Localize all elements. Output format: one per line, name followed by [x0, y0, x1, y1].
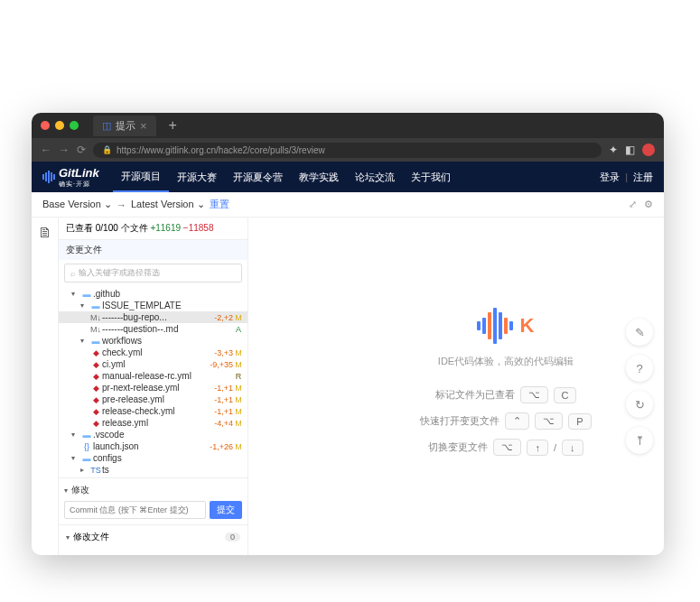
tab-favicon: ◫ — [102, 120, 111, 132]
key: ⌥ — [535, 412, 563, 430]
nav-item[interactable]: 开源大赛 — [169, 162, 225, 192]
lines-removed: −11858 — [183, 223, 214, 233]
tree-folder[interactable]: ▸TSts — [59, 464, 247, 476]
tree-file[interactable]: M↓-------question--.mdA — [59, 323, 247, 335]
url-text: https://www.gitlink.org.cn/hacke2/core/p… — [117, 145, 325, 155]
avatar-icon[interactable] — [642, 144, 655, 156]
diff-stats: 已查看 0/100 个文件 +11619 −11858 — [59, 218, 247, 240]
browser-window: ◫ 提示 × + ← → ⟳ 🔒 https://www.gitlink.org… — [32, 113, 664, 555]
nav-item[interactable]: 教学实践 — [291, 162, 347, 192]
address-input[interactable]: 🔒 https://www.gitlink.org.cn/hacke2/core… — [93, 143, 602, 158]
lines-added: +11619 — [150, 223, 181, 233]
nav-item[interactable]: 开源项目 — [113, 162, 169, 192]
content: 🗎 已查看 0/100 个文件 +11619 −11858 变更文件 ⌕ 输入关… — [32, 218, 664, 555]
tree-file[interactable]: ◆release.yml-4,+4M — [59, 417, 247, 429]
modified-files-header[interactable]: ▾ 修改文件 0 — [59, 524, 247, 549]
tree-folder[interactable]: ▾▬ISSUE_TEMPLATE — [59, 300, 247, 311]
commit-button[interactable]: 提交 — [210, 501, 242, 519]
main-nav: 开源项目 开源大赛 开源夏令营 教学实践 论坛交流 关于我们 — [113, 162, 459, 192]
help-button[interactable]: ? — [626, 355, 653, 382]
login-link[interactable]: 登录 — [600, 171, 620, 184]
search-placeholder: 输入关键字或路径筛选 — [79, 267, 160, 279]
tree-file[interactable]: ◆manual-release-rc.ymlR — [59, 370, 247, 382]
commit-header[interactable]: ▾修改 — [64, 484, 242, 496]
mod-files-label: 修改文件 — [73, 531, 109, 543]
new-tab-button[interactable]: + — [169, 117, 177, 134]
titlebar: ◫ 提示 × + — [32, 113, 664, 138]
tree-file[interactable]: ◆check.yml-3,+3M — [59, 347, 247, 358]
file-tree: ▾▬.github ▾▬ISSUE_TEMPLATE M↓-------bug-… — [59, 286, 247, 477]
welcome-logo: K — [477, 308, 536, 344]
search-icon: ⌕ — [70, 269, 75, 278]
tree-file[interactable]: ◆pr-next-release.yml-1,+1M — [59, 382, 247, 394]
latest-version-dropdown[interactable]: Latest Version ⌄ — [131, 199, 205, 210]
tree-folder[interactable]: ▾▬.github — [59, 288, 247, 300]
key: ⌥ — [520, 386, 548, 403]
file-search-input[interactable]: ⌕ 输入关键字或路径筛选 — [64, 264, 242, 282]
site-logo[interactable]: GitLink 确实·开源 — [42, 166, 99, 189]
site-header: GitLink 确实·开源 开源项目 开源大赛 开源夏令营 教学实践 论坛交流 … — [32, 162, 664, 192]
expand-icon[interactable]: ⤢ — [629, 199, 637, 210]
auth-links: 登录 | 注册 — [600, 171, 653, 184]
tree-file[interactable]: ◆ci.yml-9,+35M — [59, 358, 247, 370]
settings-icon[interactable]: ⚙ — [644, 199, 653, 210]
reset-link[interactable]: 重置 — [210, 198, 229, 211]
tree-folder[interactable]: ▾▬configs — [59, 452, 247, 464]
nav-item[interactable]: 开源夏令营 — [225, 162, 291, 192]
base-version-dropdown[interactable]: Base Version ⌄ — [42, 199, 112, 210]
key: P — [568, 413, 591, 430]
browser-tab[interactable]: ◫ 提示 × — [93, 116, 156, 136]
logo-text: K — [520, 314, 536, 338]
commit-message-input[interactable] — [64, 501, 206, 519]
tree-folder[interactable]: ▾▬.vscode — [59, 429, 247, 440]
url-bar: ← → ⟳ 🔒 https://www.gitlink.org.cn/hacke… — [32, 138, 664, 162]
separator: | — [625, 171, 628, 182]
shortcut-label: 切换变更文件 — [428, 440, 488, 454]
window-maximize[interactable] — [70, 121, 79, 130]
changed-files-header: 变更文件 — [59, 240, 247, 260]
back-icon[interactable]: ← — [41, 144, 51, 156]
viewed-count: 已查看 0/100 个文件 — [66, 223, 148, 233]
separator: / — [554, 442, 556, 453]
scroll-top-button[interactable]: ⤒ — [626, 427, 653, 454]
tab-title: 提示 — [116, 119, 135, 133]
lock-icon: 🔒 — [102, 145, 112, 154]
bookmark-icon[interactable]: ◧ — [625, 144, 635, 156]
logo-bars-icon — [477, 308, 513, 344]
key: C — [554, 387, 577, 403]
main-panel: K IDE代码体验，高效的代码编辑 标记文件为已查看 ⌥ C 快速打开变更文件 … — [348, 218, 664, 555]
key: ⌃ — [505, 412, 529, 430]
key: ↑ — [527, 440, 548, 456]
activity-bar: 🗎 — [32, 218, 59, 555]
nav-item[interactable]: 关于我们 — [403, 162, 459, 192]
tree-file[interactable]: M↓-------bug-repo...-2,+2M — [59, 311, 247, 323]
refresh-button[interactable]: ↻ — [626, 391, 653, 418]
reload-icon[interactable]: ⟳ — [77, 144, 86, 156]
shortcut-row: 切换变更文件 ⌥ ↑ / ↓ — [428, 439, 583, 456]
tree-file[interactable]: ◆release-check.yml-1,+1M — [59, 405, 247, 417]
shortcut-row: 标记文件为已查看 ⌥ C — [435, 386, 577, 403]
window-minimize[interactable] — [55, 121, 64, 130]
shortcut-label: 标记文件为已查看 — [435, 388, 515, 402]
tab-close-icon[interactable]: × — [140, 119, 147, 133]
key: ⌥ — [493, 439, 521, 456]
arrow-icon: → — [117, 199, 126, 210]
tree-file[interactable]: {}launch.json-1,+26M — [59, 440, 247, 452]
tagline: IDE代码体验，高效的代码编辑 — [438, 355, 574, 368]
register-link[interactable]: 注册 — [633, 171, 653, 184]
brand-slogan: 确实·开源 — [59, 180, 99, 189]
commit-section: ▾修改 提交 — [59, 477, 247, 524]
mod-count-badge: 0 — [225, 533, 240, 542]
nav-item[interactable]: 论坛交流 — [347, 162, 403, 192]
feedback-button[interactable]: ✎ — [626, 319, 653, 346]
window-close[interactable] — [41, 121, 50, 130]
tree-folder[interactable]: ▾▬workflows — [59, 335, 247, 347]
floating-buttons: ✎ ? ↻ ⤒ — [626, 319, 653, 454]
shortcut-row: 快速打开变更文件 ⌃ ⌥ P — [420, 412, 591, 430]
version-bar: Base Version ⌄ → Latest Version ⌄ 重置 ⤢ ⚙ — [32, 192, 664, 218]
forward-icon[interactable]: → — [59, 144, 70, 156]
logo-bars-icon — [42, 171, 55, 183]
files-icon[interactable]: 🗎 — [32, 225, 58, 241]
tree-file[interactable]: ◆pre-release.yml-1,+1M — [59, 394, 247, 405]
extensions-icon[interactable]: ✦ — [609, 144, 618, 156]
